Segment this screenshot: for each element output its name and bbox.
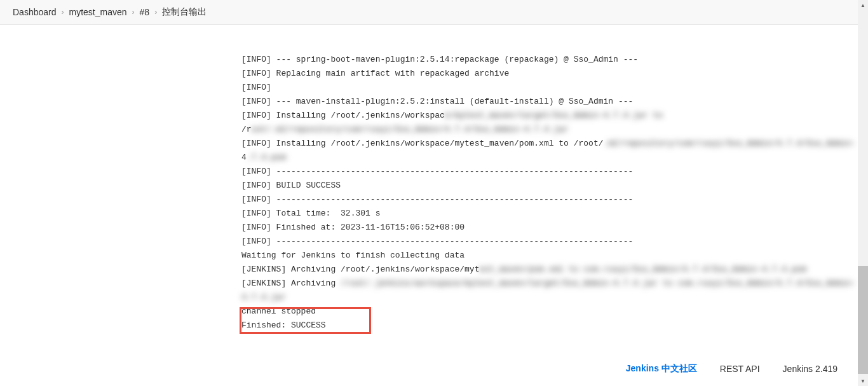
content-area: [INFO] --- spring-boot-maven-plugin:2.5.… [241,25,839,345]
footer: Jenkins 中文社区 REST API Jenkins 2.419 [626,363,837,375]
console-line: [INFO] Finished at: 2023-11-16T15:06:52+… [241,221,834,235]
console-output: [INFO] --- spring-boot-maven-plugin:2.5.… [241,25,839,345]
console-line: [JENKINS] Archiving /root/.jenkins/works… [241,263,834,277]
scrollbar-track[interactable]: ▲ ▼ [858,0,868,386]
breadcrumb-item-build[interactable]: #8 [140,7,150,17]
rest-api-link[interactable]: REST API [720,364,760,374]
console-line: [INFO] [241,81,834,95]
console-line: [INFO] ---------------------------------… [241,235,834,249]
console-line: [INFO] --- spring-boot-maven-plugin:2.5.… [241,53,834,67]
console-line: channel stopped [241,305,834,319]
console-line: [INFO] Total time: 32.301 s [241,207,834,221]
console-line: [INFO] Installing /root/.jenkins/workspa… [241,109,834,123]
chevron-right-icon: › [154,8,157,17]
scrollbar-arrow-up-icon[interactable]: ▲ [858,0,868,10]
console-line: [INFO] BUILD SUCCESS [241,179,834,193]
console-line: /root/.m2/repository/com/ruoyi/Sso_Admin… [241,123,834,137]
console-line: [INFO] --- maven-install-plugin:2.5.2:in… [241,95,834,109]
breadcrumb-item-console[interactable]: 控制台输出 [162,6,207,18]
console-line: [JENKINS] Archiving /root/.jenkins/works… [241,277,834,291]
breadcrumb-item-project[interactable]: mytest_maven [69,7,127,17]
breadcrumb: Dashboard › mytest_maven › #8 › 控制台输出 [0,0,868,25]
chevron-right-icon: › [62,8,64,17]
console-line: [INFO] Installing /root/.jenkins/workspa… [241,137,834,151]
community-link[interactable]: Jenkins 中文社区 [626,363,697,375]
console-line: 4.7.4.jar [241,291,834,305]
chevron-right-icon: › [132,8,135,17]
console-line: [INFO] ---------------------------------… [241,193,834,207]
console-line: 4.7.4.pom [241,151,834,165]
scrollbar-thumb[interactable] [858,266,868,374]
console-line: Finished: SUCCESS [241,319,834,333]
console-line: [INFO] Replacing main artifact with repa… [241,67,834,81]
console-line: [INFO] ---------------------------------… [241,165,834,179]
jenkins-version: Jenkins 2.419 [783,364,837,374]
console-line: Waiting for Jenkins to finish collecting… [241,249,834,263]
breadcrumb-item-dashboard[interactable]: Dashboard [13,7,57,17]
scrollbar-arrow-down-icon[interactable]: ▼ [858,376,868,386]
